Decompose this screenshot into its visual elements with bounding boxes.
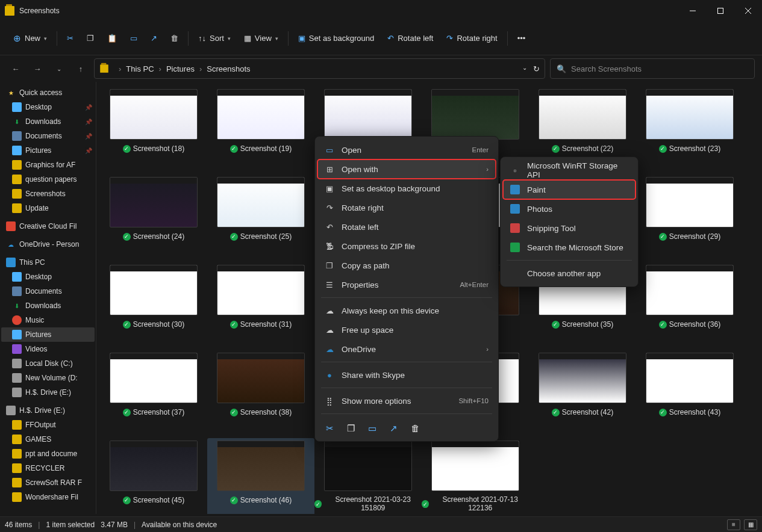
sidebar-item[interactable]: Update xyxy=(1,201,95,215)
sidebar-item[interactable]: ★Quick access xyxy=(1,85,95,100)
file-tile[interactable]: ✓Screenshot (36) xyxy=(636,262,743,350)
ctx-copy-path[interactable]: ❐Copy as path xyxy=(317,256,496,275)
search-input[interactable]: 🔍 Search Screenshots xyxy=(550,58,755,79)
sidebar-item[interactable]: Music xyxy=(1,313,95,327)
ctx-show-more[interactable]: ⣿Show more optionsShift+F10 xyxy=(317,391,496,410)
file-tile[interactable]: ✓Screenshot (45) xyxy=(100,438,207,514)
submenu-paint[interactable]: Paint xyxy=(503,180,636,199)
file-tile[interactable]: ✓Screenshot (37) xyxy=(100,350,207,438)
rotate-right-button[interactable]: ↷ Rotate right xyxy=(440,28,503,49)
sidebar-item[interactable]: H.$. Drive (E:) xyxy=(1,403,95,418)
file-tile[interactable]: ✓Screenshot (30) xyxy=(100,262,207,350)
address-bar[interactable]: › This PC › Pictures › Screenshots ⌄ ↻ xyxy=(94,58,545,79)
delete-button[interactable]: 🗑 xyxy=(164,28,184,49)
sidebar-item[interactable]: ppt and docume xyxy=(1,447,95,461)
more-button[interactable]: ••• xyxy=(511,28,532,49)
sidebar-item[interactable]: Videos xyxy=(1,342,95,356)
file-tile[interactable]: ✓Screenshot (31) xyxy=(207,262,314,350)
file-tile[interactable]: ✓Screenshot (29) xyxy=(636,175,743,262)
sidebar-item[interactable]: Pictures xyxy=(1,327,95,342)
rename-button[interactable]: ▭ xyxy=(124,28,143,49)
copy-button[interactable]: ❐ xyxy=(81,28,100,49)
file-tile[interactable]: ✓Screenshot (38) xyxy=(207,350,314,438)
paste-button[interactable]: 📋 xyxy=(101,28,123,49)
recent-button[interactable]: ⌄ xyxy=(51,60,67,77)
sidebar-item[interactable]: Graphics for AF xyxy=(1,158,95,172)
thumbnails-view-button[interactable]: ▦ xyxy=(744,519,757,530)
ctx-free-space[interactable]: ☁Free up space xyxy=(317,320,496,339)
cut-button[interactable]: ✂ xyxy=(61,28,80,49)
ctx-open[interactable]: ▭OpenEnter xyxy=(317,140,496,159)
sidebar-item[interactable]: This PC xyxy=(1,255,95,270)
folder-icon xyxy=(12,272,22,282)
ctx-open-with[interactable]: ⊞Open with› xyxy=(317,159,496,179)
ctx-properties[interactable]: ☰PropertiesAlt+Enter xyxy=(317,275,496,294)
sidebar-item[interactable]: Screenshots xyxy=(1,187,95,201)
ctx-onedrive[interactable]: ☁OneDrive› xyxy=(317,339,496,359)
sort-button[interactable]: ↑↓ Sort ▾ xyxy=(192,28,237,49)
sidebar-item[interactable]: Documents📌 xyxy=(1,129,95,143)
close-button[interactable] xyxy=(734,0,762,22)
up-button[interactable]: ↑ xyxy=(72,60,89,77)
share-button[interactable]: ↗ xyxy=(145,28,163,49)
sidebar-item[interactable]: Desktop xyxy=(1,270,95,284)
refresh-button[interactable]: ↻ xyxy=(533,64,540,73)
sidebar-item[interactable]: RECYCLER xyxy=(1,461,95,475)
file-tile[interactable]: ✓Screenshot (46) xyxy=(207,438,314,514)
ctx-set-background[interactable]: ▣Set as desktop background xyxy=(317,179,496,198)
file-tile[interactable]: ✓Screenshot (23) xyxy=(636,87,743,175)
submenu-snipping[interactable]: Snipping Tool xyxy=(503,218,636,238)
forward-button[interactable]: → xyxy=(29,60,46,77)
sidebar-item[interactable]: New Volume (D: xyxy=(1,371,95,385)
submenu-winrt[interactable]: ▫Microsoft WinRT Storage API xyxy=(503,161,636,180)
ctx-rotate-left[interactable]: ↶Rotate left xyxy=(317,217,496,237)
sidebar-item[interactable]: H.$. Drive (E:) xyxy=(1,385,95,400)
ctx-always-keep[interactable]: ☁Always keep on this device xyxy=(317,301,496,320)
file-tile[interactable]: ✓Screenshot (42) xyxy=(529,350,636,438)
sidebar-item[interactable]: Pictures📌 xyxy=(1,143,95,158)
sidebar-item[interactable]: ScrewSoft RAR F xyxy=(1,475,95,490)
file-tile[interactable]: ✓Screenshot (43) xyxy=(636,350,743,438)
copy-icon[interactable]: ❐ xyxy=(347,423,355,434)
details-view-button[interactable]: ≡ xyxy=(727,519,740,530)
breadcrumb-this-pc[interactable]: This PC xyxy=(126,64,154,73)
file-tile[interactable]: ✓Screenshot (19) xyxy=(207,87,314,175)
sidebar-item[interactable]: question papers xyxy=(1,172,95,187)
ctx-share-skype[interactable]: ●Share with Skype xyxy=(317,365,496,385)
sidebar-item[interactable]: ⬇Downloads xyxy=(1,298,95,313)
back-button[interactable]: ← xyxy=(7,60,24,77)
ctx-compress-zip[interactable]: 🗜Compress to ZIP file xyxy=(317,237,496,256)
rename-icon[interactable]: ▭ xyxy=(368,423,376,434)
rotate-left-button[interactable]: ↶ Rotate left xyxy=(381,28,439,49)
sidebar-item[interactable]: Wondershare Fil xyxy=(1,490,95,504)
ctx-rotate-right[interactable]: ↷Rotate right xyxy=(317,198,496,217)
view-icon: ▦ xyxy=(244,34,251,43)
file-tile[interactable]: ✓Screenshot (25) xyxy=(207,175,314,262)
set-background-button[interactable]: ▣ Set as background xyxy=(292,28,380,49)
maximize-button[interactable] xyxy=(707,0,734,22)
breadcrumb-screenshots[interactable]: Screenshots xyxy=(207,64,250,73)
file-tile[interactable]: ✓Screenshot (18) xyxy=(100,87,207,175)
cut-icon[interactable]: ✂ xyxy=(326,423,334,434)
breadcrumb-pictures[interactable]: Pictures xyxy=(166,64,195,73)
view-button[interactable]: ▦ View ▾ xyxy=(238,28,284,49)
sidebar-item[interactable]: Creative Cloud Fil xyxy=(1,219,95,234)
submenu-store[interactable]: Search the Microsoft Store xyxy=(503,238,636,257)
minimize-button[interactable] xyxy=(679,0,707,22)
submenu-choose-another[interactable]: Choose another app xyxy=(503,264,636,283)
file-tile[interactable]: ✓Screenshot 2021-07-13 122136 xyxy=(422,438,529,514)
sidebar-item[interactable]: FFOutput xyxy=(1,418,95,432)
sidebar-item[interactable]: Desktop📌 xyxy=(1,100,95,114)
new-button[interactable]: ⊕ New ▾ xyxy=(7,28,53,49)
sidebar-item[interactable]: ☁OneDrive - Person xyxy=(1,237,95,252)
address-dropdown-button[interactable]: ⌄ xyxy=(522,64,527,73)
trash-icon[interactable]: 🗑 xyxy=(411,423,420,434)
sidebar-item[interactable]: Documents xyxy=(1,284,95,298)
file-tile[interactable]: ✓Screenshot (24) xyxy=(100,175,207,262)
sidebar-item[interactable]: GAMES xyxy=(1,432,95,447)
file-tile[interactable]: ✓Screenshot 2021-03-23 151809 xyxy=(314,438,422,514)
sidebar-item[interactable]: ⬇Downloads📌 xyxy=(1,114,95,129)
sidebar-item[interactable]: Local Disk (C:) xyxy=(1,356,95,371)
submenu-photos[interactable]: Photos xyxy=(503,199,636,218)
share-icon[interactable]: ↗ xyxy=(390,423,398,434)
